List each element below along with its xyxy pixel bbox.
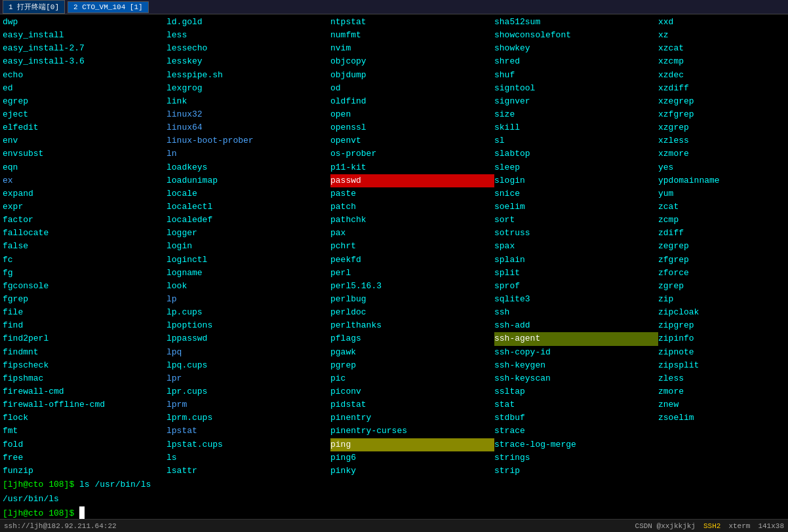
list-item: open <box>330 108 494 121</box>
list-item: strip <box>494 465 658 478</box>
list-item: fc <box>3 254 167 267</box>
list-item: perlthanks <box>330 319 494 332</box>
list-item: envsubst <box>3 147 167 161</box>
list-item: localectl <box>167 200 330 214</box>
list-item: zipnote <box>658 346 785 359</box>
list-item: ping <box>330 438 494 451</box>
list-item: logname <box>167 267 330 280</box>
list-item: pgrep <box>330 359 494 372</box>
list-item: ssh-keygen <box>494 359 658 372</box>
list-item: false <box>3 240 167 253</box>
list-item: zipcloak <box>658 306 785 319</box>
list-item: size <box>494 108 658 121</box>
list-item: slabtop <box>494 147 658 161</box>
list-item: strings <box>494 451 658 465</box>
tab-2[interactable]: 2 CTO_VM_104 [1] <box>68 1 149 13</box>
list-item: lprm <box>167 398 330 411</box>
list-item: sleep <box>494 161 658 174</box>
list-item: lessecho <box>167 42 330 55</box>
status-brand: CSDN @xxjkkjkj <box>635 522 696 530</box>
list-item: sl <box>494 134 658 147</box>
list-item: zipsplit <box>658 359 785 372</box>
list-item: sotruss <box>494 227 658 240</box>
list-item: xxd <box>658 16 785 29</box>
list-item: lesskey <box>167 55 330 68</box>
list-item: xzcat <box>658 42 785 55</box>
list-item: dwp <box>3 16 167 29</box>
list-item: xzcmp <box>658 55 785 68</box>
command-grid: dwpeasy_installeasy_install-2.7easy_inst… <box>3 16 785 478</box>
list-item: ntpstat <box>330 16 494 29</box>
tab-1[interactable]: 1 打开终端[0] <box>3 0 65 14</box>
list-item: link <box>167 95 330 108</box>
list-item: find2perl <box>3 332 167 345</box>
list-item: echo <box>3 69 167 82</box>
list-item: paste <box>330 187 494 200</box>
list-item: spax <box>494 240 658 253</box>
list-item: lesspipe.sh <box>167 69 330 82</box>
list-item: zip <box>658 293 785 306</box>
list-item: ping6 <box>330 451 494 465</box>
list-item: ln <box>167 147 330 161</box>
list-item: elfedit <box>3 121 167 134</box>
list-item: perl5.16.3 <box>330 280 494 293</box>
list-item: xz <box>658 29 785 42</box>
list-item: openssl <box>330 121 494 134</box>
command-column: dwpeasy_installeasy_install-2.7easy_inst… <box>3 16 167 478</box>
list-item: zegrep <box>658 240 785 253</box>
list-item: skill <box>494 121 658 134</box>
list-item: splain <box>494 254 658 267</box>
list-item: lpstat <box>167 425 330 438</box>
list-item: less <box>167 29 330 42</box>
list-item: stdbuf <box>494 411 658 425</box>
list-item: zipinfo <box>658 332 785 345</box>
list-item: perl <box>330 267 494 280</box>
list-item: lpstat.cups <box>167 438 330 451</box>
command-line-1: [ljh@cto 108]$ ls /usr/bin/ls <box>3 478 785 492</box>
list-item: loginctl <box>167 254 330 267</box>
list-item: findmnt <box>3 346 167 359</box>
list-item: pax <box>330 227 494 240</box>
list-item: fipshmac <box>3 372 167 385</box>
list-item: lpr.cups <box>167 385 330 398</box>
list-item: pflags <box>330 332 494 345</box>
list-item: yum <box>658 187 785 200</box>
list-item: eject <box>3 108 167 121</box>
list-item: ssh <box>494 306 658 319</box>
list-item: passwd <box>330 174 494 187</box>
list-item: logger <box>167 227 330 240</box>
list-item: strace-log-merge <box>494 438 658 451</box>
list-item: oldfind <box>330 95 494 108</box>
list-item: lpr <box>167 372 330 385</box>
list-item: piconv <box>330 385 494 398</box>
list-item: objcopy <box>330 55 494 68</box>
list-item: lppasswd <box>167 332 330 345</box>
list-item: fgrep <box>3 293 167 306</box>
list-item: fallocate <box>3 227 167 240</box>
list-item: pchrt <box>330 240 494 253</box>
list-item: objdump <box>330 69 494 82</box>
command-column: ld.goldlesslessecholesskeylesspipe.shlex… <box>167 16 330 478</box>
list-item: env <box>3 134 167 147</box>
list-item: funzip <box>3 465 167 478</box>
cursor <box>79 506 85 519</box>
list-item: zdiff <box>658 227 785 240</box>
list-item: linux32 <box>167 108 330 121</box>
list-item: egrep <box>3 95 167 108</box>
list-item: perldoc <box>330 306 494 319</box>
list-item: od <box>330 82 494 95</box>
list-item: perlbug <box>330 293 494 306</box>
list-item: zforce <box>658 267 785 280</box>
list-item: slogin <box>494 174 658 187</box>
list-item: xzless <box>658 134 785 147</box>
command-column: xxdxzxzcatxzcmpxzdecxzdiffxzegrepxzfgrep… <box>658 16 785 478</box>
list-item: ls <box>167 451 330 465</box>
terminal-body: dwpeasy_installeasy_install-2.7easy_inst… <box>0 14 788 519</box>
command-column: ntpstatnumfmtnvimobjcopyobjdumpodoldfind… <box>330 16 494 478</box>
list-item: pinentry-curses <box>330 425 494 438</box>
list-item: firewall-offline-cmd <box>3 398 167 411</box>
list-item: nvim <box>330 42 494 55</box>
list-item: pgawk <box>330 346 494 359</box>
list-item: ld.gold <box>167 16 330 29</box>
list-item: zfgrep <box>658 254 785 267</box>
